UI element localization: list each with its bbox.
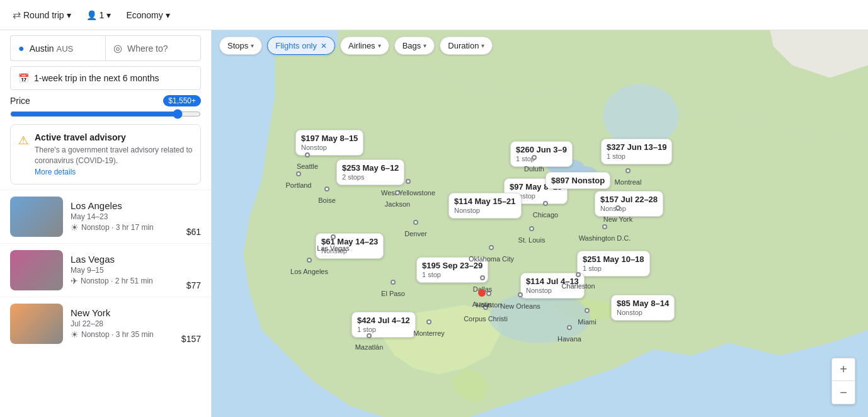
destination-card[interactable]: Las Vegas May 9–15 ✈ Nonstop · 2 hr 51 m… xyxy=(0,243,211,297)
price-bubble[interactable]: $85 May 8–14 Nonstop xyxy=(611,295,675,321)
zoom-in-button[interactable]: + xyxy=(832,358,855,381)
city-dot[interactable] xyxy=(296,171,301,176)
destination-dates: May 9–15 xyxy=(71,266,179,275)
bubble-stops: 1 stop xyxy=(607,152,625,160)
price-bubble[interactable]: $157 Jul 22–28 Nonstop xyxy=(595,191,663,217)
bubble-stops: 1 stop xyxy=(422,271,441,278)
city-dot[interactable] xyxy=(406,179,411,184)
bubble-stops: 2 stops xyxy=(342,173,364,181)
city-dot[interactable] xyxy=(307,258,312,263)
map-background[interactable]: $197 May 8–15 Nonstop $253 May 6–12 2 st… xyxy=(212,30,868,417)
origin-value: Austin AUS xyxy=(30,43,74,54)
city-label: Los Angeles xyxy=(290,268,328,275)
city-dot[interactable] xyxy=(391,280,396,285)
city-dot[interactable] xyxy=(615,205,620,210)
advisory-link[interactable]: More details xyxy=(35,168,76,176)
bubble-stops: Nonstop xyxy=(454,207,480,214)
price-bubble[interactable]: $897 Nonstop xyxy=(545,172,610,189)
chevron-down-icon: ▾ xyxy=(251,42,254,49)
price-bubble[interactable]: $197 May 8–15 Nonstop xyxy=(295,130,363,156)
destination-placeholder: Where to? xyxy=(127,43,168,54)
city-label: Chicago xyxy=(533,211,558,219)
filter-chip-bags[interactable]: Bags▾ xyxy=(394,37,435,55)
destination-flight-info: Nonstop · 3 hr 17 min xyxy=(81,223,154,232)
city-dot[interactable] xyxy=(518,292,523,297)
warning-icon: ⚠ xyxy=(18,134,28,147)
destination-input[interactable]: ◎ Where to? xyxy=(105,35,201,61)
filter-bar: Stops▾Flights only✕Airlines▾Bags▾Duratio… xyxy=(219,37,860,55)
destination-price: $157 xyxy=(181,334,201,344)
origin-pin-icon: ● xyxy=(18,43,25,54)
city-label: Boise xyxy=(318,197,336,204)
filter-close-icon[interactable]: ✕ xyxy=(321,42,327,50)
destination-card[interactable]: Los Angeles May 14–23 ☀ Nonstop · 3 hr 1… xyxy=(0,190,211,243)
destination-card[interactable]: New York Jul 22–28 ☀ Nonstop · 3 hr 35 m… xyxy=(0,297,211,350)
search-inputs: ● Austin AUS ◎ Where to? xyxy=(0,30,211,61)
date-input[interactable]: 📅 1-week trip in the next 6 months xyxy=(10,66,201,90)
city-dot[interactable] xyxy=(489,245,494,250)
city-dot[interactable] xyxy=(426,319,431,324)
destination-price: $77 xyxy=(186,280,201,290)
filter-chip-duration[interactable]: Duration▾ xyxy=(440,37,493,55)
city-dot[interactable] xyxy=(602,224,607,229)
city-label: West Yellowstone xyxy=(381,189,435,197)
city-dot[interactable] xyxy=(543,201,548,206)
origin-input[interactable]: ● Austin AUS xyxy=(10,35,105,61)
zoom-controls: + − xyxy=(831,358,855,404)
city-dot[interactable] xyxy=(532,155,537,160)
price-bubble[interactable]: $114 May 15–21 Nonstop xyxy=(448,193,522,219)
price-bubble[interactable]: $253 May 6–12 2 stops xyxy=(336,159,404,185)
price-bubble[interactable]: $327 Jun 13–19 1 stop xyxy=(601,139,672,164)
city-label: Mazatlán xyxy=(355,343,384,351)
city-label: St. Louis xyxy=(518,236,545,244)
chevron-down-icon: ▾ xyxy=(481,42,484,49)
passengers-count: 1 xyxy=(100,10,105,20)
filter-label: Duration xyxy=(448,41,479,50)
zoom-out-button[interactable]: − xyxy=(832,381,855,404)
city-dot[interactable] xyxy=(529,226,534,231)
city-dot[interactable] xyxy=(395,190,400,195)
airline-icon: ☀ xyxy=(71,329,79,340)
filter-chip-flights-only[interactable]: Flights only✕ xyxy=(267,37,335,55)
price-bubble[interactable]: $260 Jun 3–9 1 stop xyxy=(510,141,573,167)
city-dot[interactable] xyxy=(413,220,418,225)
city-dot[interactable] xyxy=(480,275,485,280)
trip-type-button[interactable]: ⇄ Round trip ▾ xyxy=(8,5,76,25)
destination-flight-info: Nonstop · 2 hr 51 min xyxy=(81,277,153,285)
city-dot[interactable] xyxy=(331,234,336,239)
price-bubble[interactable]: $251 May 10–18 1 stop xyxy=(577,251,650,277)
chevron-down-icon: ▾ xyxy=(423,42,426,49)
bubble-price: $327 Jun 13–19 xyxy=(607,142,666,152)
filter-chip-stops[interactable]: Stops▾ xyxy=(219,37,262,55)
map-svg xyxy=(212,30,868,417)
class-button[interactable]: Economy ▾ xyxy=(121,6,174,24)
bubble-price: $260 Jun 3–9 xyxy=(516,145,567,154)
bubble-price: $897 Nonstop xyxy=(551,176,605,185)
price-bubble[interactable]: $424 Jul 4–12 1 stop xyxy=(351,312,416,338)
passengers-button[interactable]: 👤 1 ▾ xyxy=(81,6,117,24)
destination-meta: ☀ Nonstop · 3 hr 17 min xyxy=(71,222,179,232)
city-dot[interactable] xyxy=(367,333,372,338)
bubble-price: $85 May 8–14 xyxy=(617,299,669,308)
city-dot[interactable] xyxy=(625,168,631,173)
city-dot[interactable] xyxy=(585,308,590,313)
bubble-stops: Nonstop xyxy=(301,144,327,151)
city-dot[interactable] xyxy=(576,272,581,277)
city-dot[interactable] xyxy=(324,186,329,191)
filter-chip-airlines[interactable]: Airlines▾ xyxy=(340,37,389,55)
city-dot[interactable] xyxy=(567,325,572,330)
city-label: New York xyxy=(603,215,632,223)
origin-dot[interactable] xyxy=(478,289,486,297)
city-label: Miami xyxy=(578,318,596,326)
city-label: Corpus Christi xyxy=(464,315,508,323)
passengers-chevron: ▾ xyxy=(106,10,111,20)
calendar-icon: 📅 xyxy=(18,73,29,83)
city-label: Havana xyxy=(557,335,581,343)
city-dot[interactable] xyxy=(305,152,310,157)
destination-flight-info: Nonstop · 3 hr 35 min xyxy=(81,330,154,339)
price-slider[interactable] xyxy=(10,109,201,119)
date-label: 1-week trip in the next 6 months xyxy=(34,73,159,83)
destination-info: Las Vegas May 9–15 ✈ Nonstop · 2 hr 51 m… xyxy=(71,254,179,286)
advisory-card: ⚠ Active travel advisory There's a gover… xyxy=(10,124,201,185)
trip-type-label: Round trip xyxy=(23,10,64,20)
